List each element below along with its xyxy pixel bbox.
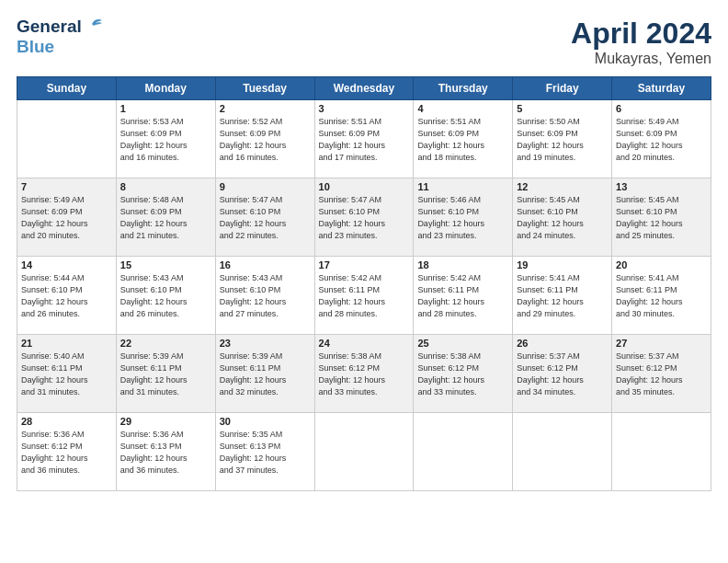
day-number: 20 xyxy=(616,259,707,270)
header: General Blue April 2024 Mukayras, Yemen xyxy=(17,17,711,67)
day-number: 6 xyxy=(616,103,707,114)
day-info: Sunrise: 5:39 AM Sunset: 6:11 PM Dayligh… xyxy=(220,350,311,398)
day-info: Sunrise: 5:38 AM Sunset: 6:12 PM Dayligh… xyxy=(417,350,508,398)
day-number: 16 xyxy=(220,259,311,270)
day-cell: 15Sunrise: 5:43 AM Sunset: 6:10 PM Dayli… xyxy=(116,257,215,335)
header-monday: Monday xyxy=(116,77,215,100)
day-number: 18 xyxy=(417,259,508,270)
day-number: 5 xyxy=(517,103,608,114)
day-cell: 17Sunrise: 5:42 AM Sunset: 6:11 PM Dayli… xyxy=(314,257,414,335)
day-info: Sunrise: 5:45 AM Sunset: 6:10 PM Dayligh… xyxy=(616,194,707,242)
day-cell: 30Sunrise: 5:35 AM Sunset: 6:13 PM Dayli… xyxy=(215,413,314,491)
week-row-3: 14Sunrise: 5:44 AM Sunset: 6:10 PM Dayli… xyxy=(17,257,711,335)
day-cell: 11Sunrise: 5:46 AM Sunset: 6:10 PM Dayli… xyxy=(414,178,513,257)
day-info: Sunrise: 5:45 AM Sunset: 6:10 PM Dayligh… xyxy=(517,194,608,242)
header-wednesday: Wednesday xyxy=(314,77,414,100)
day-cell: 23Sunrise: 5:39 AM Sunset: 6:11 PM Dayli… xyxy=(215,335,314,413)
day-number: 13 xyxy=(616,181,707,192)
day-number: 9 xyxy=(220,181,311,192)
page: General Blue April 2024 Mukayras, Yemen … xyxy=(0,0,728,563)
day-number: 19 xyxy=(517,259,608,270)
day-number: 21 xyxy=(21,338,112,349)
day-cell xyxy=(513,413,612,491)
day-cell: 4Sunrise: 5:51 AM Sunset: 6:09 PM Daylig… xyxy=(414,100,513,178)
header-friday: Friday xyxy=(513,77,612,100)
header-thursday: Thursday xyxy=(414,77,513,100)
day-cell: 18Sunrise: 5:42 AM Sunset: 6:11 PM Dayli… xyxy=(414,257,513,335)
day-number: 12 xyxy=(517,181,608,192)
header-sunday: Sunday xyxy=(17,77,117,100)
day-cell xyxy=(17,100,117,178)
day-cell: 3Sunrise: 5:51 AM Sunset: 6:09 PM Daylig… xyxy=(314,100,414,178)
days-header-row: Sunday Monday Tuesday Wednesday Thursday… xyxy=(17,77,711,100)
day-cell: 22Sunrise: 5:39 AM Sunset: 6:11 PM Dayli… xyxy=(116,335,215,413)
day-cell: 8Sunrise: 5:48 AM Sunset: 6:09 PM Daylig… xyxy=(116,178,215,257)
day-number: 10 xyxy=(319,181,410,192)
day-number: 1 xyxy=(120,103,211,114)
day-cell: 20Sunrise: 5:41 AM Sunset: 6:11 PM Dayli… xyxy=(612,257,711,335)
calendar-location: Mukayras, Yemen xyxy=(571,51,711,67)
week-row-1: 1Sunrise: 5:53 AM Sunset: 6:09 PM Daylig… xyxy=(17,100,711,178)
day-cell: 13Sunrise: 5:45 AM Sunset: 6:10 PM Dayli… xyxy=(612,178,711,257)
day-number: 3 xyxy=(319,103,410,114)
day-info: Sunrise: 5:52 AM Sunset: 6:09 PM Dayligh… xyxy=(220,116,311,164)
day-cell: 6Sunrise: 5:49 AM Sunset: 6:09 PM Daylig… xyxy=(612,100,711,178)
day-number: 25 xyxy=(417,338,508,349)
day-info: Sunrise: 5:49 AM Sunset: 6:09 PM Dayligh… xyxy=(616,116,707,164)
calendar-title: April 2024 xyxy=(571,17,711,51)
day-cell: 10Sunrise: 5:47 AM Sunset: 6:10 PM Dayli… xyxy=(314,178,414,257)
header-saturday: Saturday xyxy=(612,77,711,100)
day-info: Sunrise: 5:42 AM Sunset: 6:11 PM Dayligh… xyxy=(319,272,410,320)
day-info: Sunrise: 5:50 AM Sunset: 6:09 PM Dayligh… xyxy=(517,116,608,164)
day-info: Sunrise: 5:41 AM Sunset: 6:11 PM Dayligh… xyxy=(616,272,707,320)
week-row-5: 28Sunrise: 5:36 AM Sunset: 6:12 PM Dayli… xyxy=(17,413,711,491)
logo: General Blue xyxy=(17,17,104,57)
day-cell: 16Sunrise: 5:43 AM Sunset: 6:10 PM Dayli… xyxy=(215,257,314,335)
day-info: Sunrise: 5:38 AM Sunset: 6:12 PM Dayligh… xyxy=(319,350,410,398)
day-cell: 29Sunrise: 5:36 AM Sunset: 6:13 PM Dayli… xyxy=(116,413,215,491)
logo-general: General xyxy=(17,17,82,37)
day-info: Sunrise: 5:51 AM Sunset: 6:09 PM Dayligh… xyxy=(319,116,410,164)
day-number: 26 xyxy=(517,338,608,349)
day-info: Sunrise: 5:36 AM Sunset: 6:13 PM Dayligh… xyxy=(120,429,211,477)
day-info: Sunrise: 5:37 AM Sunset: 6:12 PM Dayligh… xyxy=(616,350,707,398)
day-cell xyxy=(314,413,414,491)
day-number: 17 xyxy=(319,259,410,270)
header-tuesday: Tuesday xyxy=(215,77,314,100)
day-cell: 25Sunrise: 5:38 AM Sunset: 6:12 PM Dayli… xyxy=(414,335,513,413)
day-cell: 5Sunrise: 5:50 AM Sunset: 6:09 PM Daylig… xyxy=(513,100,612,178)
day-cell: 28Sunrise: 5:36 AM Sunset: 6:12 PM Dayli… xyxy=(17,413,117,491)
day-number: 8 xyxy=(120,181,211,192)
day-number: 7 xyxy=(21,181,112,192)
day-cell: 19Sunrise: 5:41 AM Sunset: 6:11 PM Dayli… xyxy=(513,257,612,335)
day-number: 22 xyxy=(120,338,211,349)
logo-bird-icon xyxy=(84,17,104,37)
day-info: Sunrise: 5:39 AM Sunset: 6:11 PM Dayligh… xyxy=(120,350,211,398)
day-cell: 24Sunrise: 5:38 AM Sunset: 6:12 PM Dayli… xyxy=(314,335,414,413)
day-cell: 27Sunrise: 5:37 AM Sunset: 6:12 PM Dayli… xyxy=(612,335,711,413)
day-number: 11 xyxy=(417,181,508,192)
day-cell: 12Sunrise: 5:45 AM Sunset: 6:10 PM Dayli… xyxy=(513,178,612,257)
day-cell: 7Sunrise: 5:49 AM Sunset: 6:09 PM Daylig… xyxy=(17,178,117,257)
day-number: 28 xyxy=(21,416,112,427)
week-row-2: 7Sunrise: 5:49 AM Sunset: 6:09 PM Daylig… xyxy=(17,178,711,257)
logo-blue: Blue xyxy=(17,37,104,57)
day-info: Sunrise: 5:53 AM Sunset: 6:09 PM Dayligh… xyxy=(120,116,211,164)
day-cell xyxy=(612,413,711,491)
day-cell xyxy=(414,413,513,491)
day-number: 27 xyxy=(616,338,707,349)
day-number: 24 xyxy=(319,338,410,349)
day-info: Sunrise: 5:47 AM Sunset: 6:10 PM Dayligh… xyxy=(319,194,410,242)
day-info: Sunrise: 5:37 AM Sunset: 6:12 PM Dayligh… xyxy=(517,350,608,398)
day-info: Sunrise: 5:42 AM Sunset: 6:11 PM Dayligh… xyxy=(417,272,508,320)
day-info: Sunrise: 5:49 AM Sunset: 6:09 PM Dayligh… xyxy=(21,194,112,242)
day-info: Sunrise: 5:35 AM Sunset: 6:13 PM Dayligh… xyxy=(220,429,311,477)
day-cell: 26Sunrise: 5:37 AM Sunset: 6:12 PM Dayli… xyxy=(513,335,612,413)
day-info: Sunrise: 5:51 AM Sunset: 6:09 PM Dayligh… xyxy=(417,116,508,164)
title-block: April 2024 Mukayras, Yemen xyxy=(571,17,711,67)
day-number: 30 xyxy=(220,416,311,427)
day-info: Sunrise: 5:46 AM Sunset: 6:10 PM Dayligh… xyxy=(417,194,508,242)
day-info: Sunrise: 5:41 AM Sunset: 6:11 PM Dayligh… xyxy=(517,272,608,320)
day-cell: 2Sunrise: 5:52 AM Sunset: 6:09 PM Daylig… xyxy=(215,100,314,178)
day-info: Sunrise: 5:43 AM Sunset: 6:10 PM Dayligh… xyxy=(120,272,211,320)
